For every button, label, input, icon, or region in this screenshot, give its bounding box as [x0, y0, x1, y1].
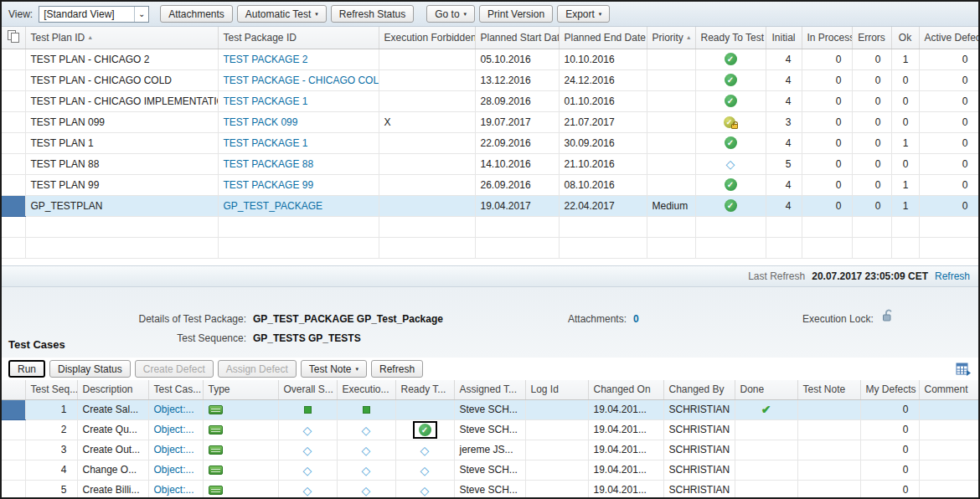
- empty-cell: [379, 237, 475, 258]
- test-package-link[interactable]: TEST PACKAGE 88: [224, 158, 314, 170]
- test-package-link[interactable]: TEST PACKAGE 1: [224, 95, 308, 107]
- test-package-cell: TEST PACKAGE - CHICAGO COLD: [218, 69, 379, 90]
- row-selector[interactable]: [2, 69, 25, 90]
- column-header-ready-t[interactable]: Ready T...: [395, 380, 454, 399]
- comment: [919, 399, 978, 419]
- row-selector[interactable]: [2, 399, 25, 419]
- column-header-comment[interactable]: Comment: [919, 380, 978, 399]
- run-button[interactable]: Run: [8, 360, 45, 378]
- test-case-row[interactable]: 2Create Qu...Object:...◇◇✓Steve SCH...19…: [2, 419, 978, 440]
- test-package-link[interactable]: TEST PACKAGE 2: [224, 54, 308, 65]
- test-package-cell: TEST PACKAGE 88: [218, 153, 379, 174]
- row-selector[interactable]: [2, 90, 25, 111]
- column-header-assigned-t[interactable]: Assigned T...: [454, 380, 525, 399]
- test-plan-row[interactable]: TEST PLAN - CHICAGO COLDTEST PACKAGE - C…: [2, 69, 978, 90]
- column-header-errors[interactable]: Errors: [852, 27, 891, 49]
- view-select[interactable]: [Standard View] ⌄: [39, 6, 149, 23]
- row-selector[interactable]: [2, 440, 25, 460]
- column-header-test-package-id[interactable]: Test Package ID: [218, 27, 379, 49]
- refresh-link[interactable]: Refresh: [935, 270, 970, 282]
- column-header-overall-s[interactable]: Overall S...: [278, 380, 337, 399]
- execution-forbidden: [379, 153, 475, 174]
- test-plan-row[interactable]: TEST PLAN - CHICAGO IMPLEMENTATIONTEST P…: [2, 90, 978, 111]
- test-case-row[interactable]: 4Change O...Object:...◇◇◇Steve SCH...19.…: [2, 460, 978, 480]
- column-header-planned-start-date[interactable]: Planned Start Date: [475, 27, 559, 49]
- column-header-done[interactable]: Done: [735, 380, 797, 399]
- row-selector[interactable]: [2, 419, 25, 440]
- changed-on-date: 19.04.201...: [588, 480, 663, 499]
- test-case-object-link[interactable]: Object:...: [154, 424, 194, 435]
- assign-defect-button: Assign Defect: [218, 360, 297, 378]
- test-plan-row[interactable]: TEST PLAN 1TEST PACKAGE 122.09.201630.09…: [2, 132, 978, 153]
- test-package-link[interactable]: GP_TEST_PACKAGE: [224, 200, 322, 212]
- test-case-cell: Object:...: [148, 419, 203, 440]
- column-header-test-seq[interactable]: Test Seq...: [25, 380, 77, 399]
- select-all-header[interactable]: [2, 27, 25, 49]
- test-case-row[interactable]: 1Create Sal...Object:...Steve SCH...19.0…: [2, 399, 978, 419]
- test-case-object-link[interactable]: Object:...: [154, 464, 194, 476]
- test-case-object-link[interactable]: Object:...: [154, 444, 194, 455]
- row-selector[interactable]: [2, 111, 25, 132]
- row-selector[interactable]: [2, 132, 25, 153]
- column-header-ready-to-test[interactable]: Ready To Test: [695, 27, 766, 49]
- column-header-my-defects[interactable]: My Defects: [860, 380, 919, 399]
- column-header-in-process[interactable]: In Process: [802, 27, 852, 49]
- automatic-test-button[interactable]: Automatic Test▾: [237, 5, 327, 23]
- print-version-button[interactable]: Print Version: [479, 5, 553, 23]
- test-case-object-link[interactable]: Object:...: [154, 484, 194, 496]
- row-selector[interactable]: [2, 460, 25, 480]
- test-plan-id: TEST PLAN - CHICAGO COLD: [25, 69, 218, 90]
- in-process-square-icon: [304, 406, 312, 414]
- column-header-test-cas[interactable]: Test Cas...: [148, 380, 203, 399]
- column-header-active-defects[interactable]: Active Defects: [919, 27, 978, 49]
- column-header-ok[interactable]: Ok: [891, 27, 919, 49]
- column-header-executio[interactable]: Executio...: [337, 380, 395, 399]
- test-package-link[interactable]: TEST PACKAGE 1: [224, 137, 308, 149]
- attachments-count-link[interactable]: 0: [633, 313, 639, 325]
- column-header-test-note[interactable]: Test Note: [797, 380, 860, 399]
- export-to-spreadsheet-icon[interactable]: [956, 363, 972, 376]
- column-header-changed-on[interactable]: Changed On: [588, 380, 663, 399]
- execution-status: [337, 399, 395, 419]
- column-header-log-id[interactable]: Log Id: [525, 380, 588, 399]
- column-header-execution-forbidden[interactable]: Execution Forbidden: [379, 27, 475, 49]
- test-package-link[interactable]: TEST PACKAGE 99: [224, 179, 314, 191]
- column-header-type[interactable]: Type: [203, 380, 278, 399]
- go-to-button[interactable]: Go to▾: [426, 5, 475, 23]
- test-plan-row[interactable]: TEST PLAN 99TEST PACKAGE 9926.09.201608.…: [2, 174, 978, 195]
- test-plan-row[interactable]: GP_TESTPLANGP_TEST_PACKAGE19.04.201722.0…: [2, 195, 978, 216]
- initial-diamond-icon: ◇: [420, 443, 430, 456]
- column-header-priority[interactable]: Priority▲: [647, 27, 695, 49]
- column-header-description[interactable]: Description: [77, 380, 148, 399]
- button-label: Display Status: [58, 363, 122, 375]
- test-sequence-number: 2: [25, 419, 77, 440]
- attachments-button[interactable]: Attachments: [160, 5, 233, 23]
- empty-cell: [802, 216, 852, 237]
- row-selector[interactable]: [2, 153, 25, 174]
- row-selector[interactable]: [2, 174, 25, 195]
- test-case-object-link[interactable]: Object:...: [154, 404, 194, 415]
- display-status-button[interactable]: Display Status: [49, 360, 131, 378]
- test-case-row[interactable]: 5Create Billi...Object:...◇◇◇Steve SCH..…: [2, 480, 978, 499]
- changed-by-user: SCHRISTIAN: [663, 399, 735, 419]
- test-note-button[interactable]: Test Note▾: [301, 360, 367, 378]
- execution-forbidden: [379, 174, 475, 195]
- row-selector[interactable]: [2, 480, 25, 499]
- test-plan-row[interactable]: TEST PLAN 099TEST PACK 099X19.07.201721.…: [2, 111, 978, 132]
- test-case-row[interactable]: 3Create Out...Object:...◇◇◇jereme JS...1…: [2, 440, 978, 460]
- column-header-changed-by[interactable]: Changed By: [663, 380, 735, 399]
- column-header-planned-end-date[interactable]: Planned End Date: [559, 27, 647, 49]
- copy-icon[interactable]: [8, 30, 18, 42]
- test-package-link[interactable]: TEST PACK 099: [224, 116, 298, 128]
- test-package-link[interactable]: TEST PACKAGE - CHICAGO COLD: [224, 75, 379, 86]
- select-all-header[interactable]: [2, 380, 25, 399]
- refresh-status-button[interactable]: Refresh Status: [331, 5, 414, 23]
- column-header-test-plan-id[interactable]: Test Plan ID▲: [25, 27, 218, 49]
- test-plan-row[interactable]: TEST PLAN - CHICAGO 2TEST PACKAGE 205.10…: [2, 49, 978, 69]
- export-button[interactable]: Export▾: [557, 5, 610, 23]
- row-selector[interactable]: [2, 195, 25, 216]
- test-plan-row[interactable]: TEST PLAN 88TEST PACKAGE 8814.10.201621.…: [2, 153, 978, 174]
- refresh-button[interactable]: Refresh: [371, 360, 423, 378]
- column-header-initial[interactable]: Initial: [766, 27, 802, 49]
- row-selector[interactable]: [2, 49, 25, 69]
